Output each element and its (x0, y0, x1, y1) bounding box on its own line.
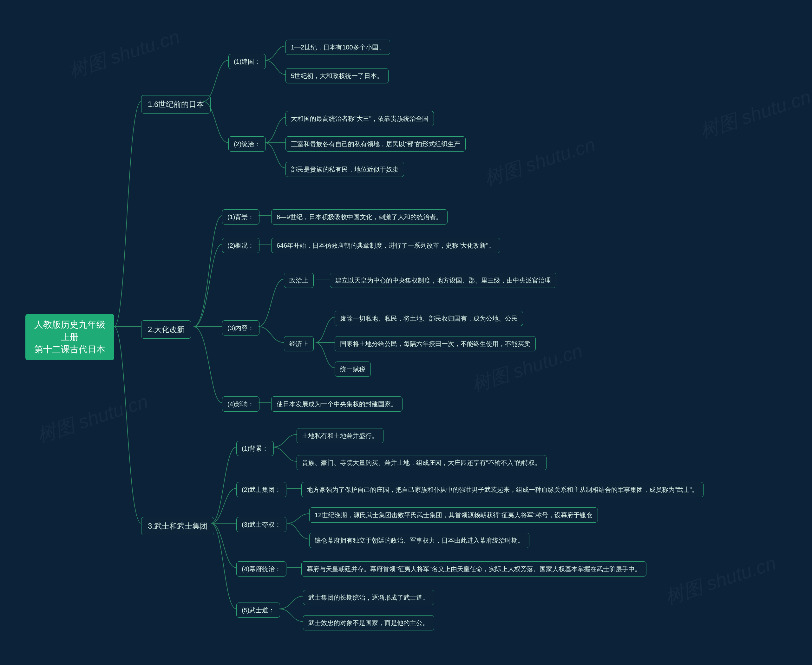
sec2-child-4-leaf-1[interactable]: 使日本发展成为一个中央集权的封建国家。 (271, 396, 402, 412)
section-1-label: 1.6世纪前的日本 (148, 100, 204, 108)
sec3-child-3-label: (3)武士夺权： (242, 521, 281, 528)
root-title: 人教版历史九年级上册 第十二课古代日本 (34, 319, 105, 354)
sec3-child-5[interactable]: (5)武士道： (236, 603, 280, 618)
sec1-child-1-leaf-1[interactable]: 1—2世纪，日本有100多个小国。 (285, 39, 390, 55)
sec3-child-3-leaf-1[interactable]: 12世纪晚期，源氏武士集团击败平氏武士集团，其首领源赖朝获得"征夷大将军"称号，… (309, 508, 598, 522)
watermark: 树图 shutu.cn (697, 84, 812, 144)
leaf-label: 大和国的最高统治者称"大王"，依靠贵族统治全国 (291, 115, 428, 122)
leaf-label: 国家将土地分给公民，每隔六年授田一次，不能终生使用，不能买卖 (340, 340, 530, 347)
sec3-child-2-leaf-1[interactable]: 地方豪强为了保护自己的庄园，把自己家族和仆从中的强壮男子武装起来，组成一种血缘关… (301, 482, 704, 497)
leaf-label: 12世纪晚期，源氏武士集团击败平氏武士集团，其首领源赖朝获得"征夷大将军"称号，… (315, 511, 592, 519)
leaf-label: 地方豪强为了保护自己的庄园，把自己家族和仆从中的强壮男子武装起来，组成一种血缘关… (307, 486, 698, 493)
sec1-child-2-label: (2)统治： (234, 141, 261, 147)
sec3-child-5-label: (5)武士道： (242, 607, 275, 614)
section-2-label: 2.大化改新 (148, 325, 185, 334)
sec3-child-1-label: (1)背景： (242, 445, 268, 452)
sec3-child-2[interactable]: (2)武士集团： (236, 482, 286, 497)
leaf-label: 建立以天皇为中心的中央集权制度，地方设国、郡、里三级，由中央派官治理 (335, 277, 551, 284)
sec1-child-1-label: (1)建国： (234, 58, 261, 65)
watermark: 树图 shutu.cn (481, 132, 599, 192)
sub-label: 经济上 (289, 340, 308, 347)
leaf-label: 武士效忠的对象不是国家，而是他的主公。 (308, 619, 429, 626)
sec2-child-3-sub-2-leaf-1[interactable]: 废除一切私地、私民，将土地、部民收归国有，成为公地、公民 (335, 311, 523, 326)
sec2-child-4[interactable]: (4)影响： (222, 396, 259, 412)
sec2-child-3-label: (3)内容： (227, 324, 254, 331)
leaf-label: 废除一切私地、私民，将土地、部民收归国有，成为公地、公民 (340, 315, 518, 322)
mindmap-canvas: 树图 shutu.cn 树图 shutu.cn 树图 shutu.cn 树图 s… (0, 0, 812, 665)
sec3-child-1-leaf-1[interactable]: 土地私有和土地兼并盛行。 (297, 428, 384, 443)
sec2-child-3-sub-2[interactable]: 经济上 (284, 336, 314, 351)
leaf-label: 部民是贵族的私有民，地位近似于奴隶 (291, 166, 399, 173)
leaf-label: 王室和贵族各有自己的私有领地，居民以"部"的形式组织生产 (291, 141, 460, 147)
sec3-child-5-leaf-1[interactable]: 武士集团的长期统治，逐渐形成了武士道。 (303, 590, 434, 605)
leaf-label: 统一赋税 (340, 366, 366, 373)
sec1-child-1-leaf-2[interactable]: 5世纪初，大和政权统一了日本。 (285, 68, 389, 84)
section-1[interactable]: 1.6世纪前的日本 (141, 95, 211, 113)
leaf-label: 幕府与天皇朝廷并存。幕府首领"征夷大将军"名义上由天皇任命，实际上大权旁落。国家… (307, 565, 641, 572)
leaf-label: 6—9世纪，日本积极吸收中国文化，刺激了大和的统治者。 (277, 213, 442, 220)
watermark: 树图 shutu.cn (662, 550, 779, 611)
sec3-child-3[interactable]: (3)武士夺权： (236, 517, 286, 532)
sec1-child-2-leaf-2[interactable]: 王室和贵族各有自己的私有领地，居民以"部"的形式组织生产 (285, 136, 466, 152)
leaf-label: 武士集团的长期统治，逐渐形成了武士道。 (308, 594, 429, 601)
sec2-child-3-sub-1-leaf-1[interactable]: 建立以天皇为中心的中央集权制度，地方设国、郡、里三级，由中央派官治理 (330, 273, 556, 288)
watermark: 树图 shutu.cn (34, 389, 151, 449)
sub-label: 政治上 (289, 277, 308, 284)
sec1-child-2-leaf-3[interactable]: 部民是贵族的私有民，地位近似于奴隶 (285, 162, 404, 177)
sec3-child-4-leaf-1[interactable]: 幕府与天皇朝廷并存。幕府首领"征夷大将军"名义上由天皇任命，实际上大权旁落。国家… (301, 561, 646, 577)
leaf-label: 1—2世纪，日本有100多个小国。 (291, 44, 385, 51)
sec3-child-3-leaf-2[interactable]: 镰仓幕府拥有独立于朝廷的政治、军事权力，日本由此进入幕府统治时期。 (309, 533, 529, 548)
sec3-child-5-leaf-2[interactable]: 武士效忠的对象不是国家，而是他的主公。 (303, 615, 434, 631)
sec2-child-3-sub-1[interactable]: 政治上 (284, 273, 314, 288)
leaf-label: 5世纪初，大和政权统一了日本。 (291, 72, 383, 79)
sec3-child-2-label: (2)武士集团： (242, 486, 281, 493)
root-node[interactable]: 人教版历史九年级上册 第十二课古代日本 (25, 314, 114, 360)
sec2-child-3[interactable]: (3)内容： (222, 320, 259, 336)
sec3-child-1[interactable]: (1)背景： (236, 441, 274, 456)
leaf-label: 使日本发展成为一个中央集权的封建国家。 (277, 401, 397, 408)
sec1-child-2-leaf-1[interactable]: 大和国的最高统治者称"大王"，依靠贵族统治全国 (285, 111, 434, 126)
sec2-child-1-label: (1)背景： (227, 213, 254, 220)
leaf-label: 土地私有和土地兼并盛行。 (302, 432, 378, 439)
sec1-child-1[interactable]: (1)建国： (228, 54, 266, 69)
leaf-label: 贵族、豪门、寺院大量购买、兼并土地，组成庄园，大庄园还享有"不输不入"的特权。 (302, 459, 541, 466)
sec2-child-1-leaf-1[interactable]: 6—9世纪，日本积极吸收中国文化，刺激了大和的统治者。 (271, 209, 448, 224)
sec3-child-4-label: (4)幕府统治： (242, 565, 281, 572)
section-2[interactable]: 2.大化改新 (141, 320, 191, 339)
sec2-child-4-label: (4)影响： (227, 401, 254, 408)
sec3-child-1-leaf-2[interactable]: 贵族、豪门、寺院大量购买、兼并土地，组成庄园，大庄园还享有"不输不入"的特权。 (297, 455, 546, 470)
leaf-label: 镰仓幕府拥有独立于朝廷的政治、军事权力，日本由此进入幕府统治时期。 (315, 537, 524, 544)
section-3[interactable]: 3.武士和武士集团 (141, 517, 214, 535)
sec1-child-2[interactable]: (2)统治： (228, 136, 266, 152)
sec3-child-4[interactable]: (4)幕府统治： (236, 561, 286, 577)
watermark: 树图 shutu.cn (66, 24, 183, 84)
sec2-child-1[interactable]: (1)背景： (222, 209, 259, 224)
sec2-child-2[interactable]: (2)概况： (222, 238, 259, 253)
sec2-child-3-sub-2-leaf-2[interactable]: 国家将土地分给公民，每隔六年授田一次，不能终生使用，不能买卖 (335, 336, 536, 351)
sec2-child-3-sub-2-leaf-3[interactable]: 统一赋税 (335, 362, 371, 377)
leaf-label: 646年开始，日本仿效唐朝的典章制度，进行了一系列改革，史称"大化改新"。 (277, 242, 495, 249)
section-3-label: 3.武士和武士集团 (148, 522, 207, 530)
sec2-child-2-leaf-1[interactable]: 646年开始，日本仿效唐朝的典章制度，进行了一系列改革，史称"大化改新"。 (271, 238, 500, 253)
sec2-child-2-label: (2)概况： (227, 242, 254, 249)
